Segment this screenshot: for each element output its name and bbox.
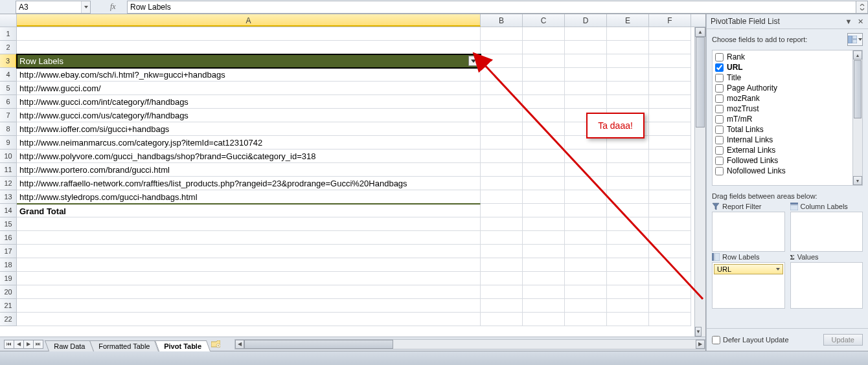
- cell-D22[interactable]: [565, 313, 607, 326]
- cell-B7[interactable]: [481, 109, 523, 122]
- cell-A10[interactable]: http://www.polyvore.com/gucci_handbags/s…: [17, 149, 481, 163]
- scroll-right-button[interactable]: ▶: [696, 340, 705, 349]
- cell-E12[interactable]: [607, 177, 649, 190]
- row-header-7[interactable]: 7: [0, 109, 17, 122]
- cell-A3[interactable]: Row Labels: [17, 54, 481, 68]
- field-checkbox[interactable]: [715, 74, 724, 82]
- cell-D6[interactable]: [565, 95, 607, 109]
- cell-C5[interactable]: [523, 82, 565, 95]
- cell-C14[interactable]: [523, 204, 565, 217]
- scroll-thumb[interactable]: [696, 37, 705, 127]
- field-item-title[interactable]: Title: [713, 72, 852, 83]
- cell-E1[interactable]: [607, 27, 649, 41]
- tab-first-button[interactable]: ⏮: [4, 340, 14, 349]
- cell-C21[interactable]: [523, 299, 565, 313]
- cell-F19[interactable]: [649, 272, 691, 285]
- update-button[interactable]: Update: [823, 334, 863, 346]
- cell-C7[interactable]: [523, 109, 565, 122]
- col-header-A[interactable]: A: [17, 14, 481, 27]
- field-item-page-authority[interactable]: Page Authority: [713, 83, 852, 93]
- formula-input[interactable]: [127, 1, 856, 14]
- cell-F21[interactable]: [649, 299, 691, 313]
- cell-C4[interactable]: [523, 68, 565, 82]
- row-header-18[interactable]: 18: [0, 258, 17, 272]
- cell-A17[interactable]: [17, 245, 481, 258]
- cell-B19[interactable]: [481, 272, 523, 285]
- col-header-E[interactable]: E: [607, 14, 649, 27]
- cell-F18[interactable]: [649, 258, 691, 272]
- cell-E13[interactable]: [607, 190, 649, 204]
- cell-A7[interactable]: http://www.gucci.com/us/category/f/handb…: [17, 109, 481, 122]
- cell-F12[interactable]: [649, 177, 691, 190]
- vertical-scrollbar[interactable]: ▲ ▼: [694, 27, 705, 337]
- tab-next-button[interactable]: ▶: [23, 340, 34, 349]
- cell-C22[interactable]: [523, 313, 565, 326]
- col-header-B[interactable]: B: [481, 14, 523, 27]
- cell-B11[interactable]: [481, 163, 523, 177]
- cell-C13[interactable]: [523, 190, 565, 204]
- cell-C19[interactable]: [523, 272, 565, 285]
- cell-D11[interactable]: [565, 163, 607, 177]
- cell-E21[interactable]: [607, 299, 649, 313]
- row-header-11[interactable]: 11: [0, 163, 17, 177]
- new-sheet-button[interactable]: [210, 340, 222, 349]
- cell-D5[interactable]: [565, 82, 607, 95]
- cell-D18[interactable]: [565, 258, 607, 272]
- fx-icon[interactable]: fx: [110, 2, 123, 12]
- cell-B9[interactable]: [481, 136, 523, 149]
- row-header-6[interactable]: 6: [0, 95, 17, 109]
- field-checkbox[interactable]: [715, 167, 724, 175]
- cell-D2[interactable]: [565, 41, 607, 54]
- row-header-10[interactable]: 10: [0, 149, 17, 163]
- cell-A8[interactable]: http://www.ioffer.com/si/gucci+handbags: [17, 122, 481, 136]
- cell-F16[interactable]: [649, 231, 691, 245]
- cell-B14[interactable]: [481, 204, 523, 217]
- report-filter-area[interactable]: [712, 212, 785, 252]
- sheet-tab-pivot-table[interactable]: Pivot Table: [155, 340, 211, 351]
- pane-menu-button[interactable]: ▼: [845, 17, 852, 25]
- cell-F11[interactable]: [649, 163, 691, 177]
- col-header-D[interactable]: D: [565, 14, 607, 27]
- cell-D21[interactable]: [565, 299, 607, 313]
- cell-A20[interactable]: [17, 285, 481, 299]
- field-item-mt-mr[interactable]: mT/mR: [713, 114, 852, 124]
- cell-D17[interactable]: [565, 245, 607, 258]
- cell-C16[interactable]: [523, 231, 565, 245]
- row-header-14[interactable]: 14: [0, 204, 17, 217]
- cell-D13[interactable]: [565, 190, 607, 204]
- sheet-tab-raw-data[interactable]: Raw Data: [45, 340, 94, 351]
- cell-C18[interactable]: [523, 258, 565, 272]
- cell-E10[interactable]: [607, 149, 649, 163]
- cell-F5[interactable]: [649, 82, 691, 95]
- cell-D14[interactable]: [565, 204, 607, 217]
- scroll-down-button[interactable]: ▼: [853, 176, 862, 185]
- field-item-internal-links[interactable]: Internal Links: [713, 135, 852, 145]
- cell-F13[interactable]: [649, 190, 691, 204]
- field-checkbox[interactable]: [715, 94, 724, 103]
- cell-C12[interactable]: [523, 177, 565, 190]
- cell-C11[interactable]: [523, 163, 565, 177]
- cell-B8[interactable]: [481, 122, 523, 136]
- layout-options-button[interactable]: [847, 33, 863, 46]
- cell-D15[interactable]: [565, 217, 607, 231]
- field-item-rank[interactable]: Rank: [713, 52, 852, 62]
- cell-D10[interactable]: [565, 149, 607, 163]
- name-box-dropdown[interactable]: [81, 1, 90, 13]
- sheet-tab-formatted-table[interactable]: Formatted Table: [89, 340, 159, 351]
- row-labels-area[interactable]: URL: [712, 262, 785, 309]
- tab-prev-button[interactable]: ◀: [14, 340, 24, 349]
- defer-layout-checkbox[interactable]: Defer Layout Update: [712, 336, 789, 344]
- cell-A9[interactable]: http://www.neimanmarcus.com/category.jsp…: [17, 136, 481, 149]
- field-checkbox[interactable]: [715, 84, 724, 93]
- cell-A16[interactable]: [17, 231, 481, 245]
- cell-B10[interactable]: [481, 149, 523, 163]
- cell-C10[interactable]: [523, 149, 565, 163]
- field-checkbox[interactable]: [715, 146, 724, 155]
- field-checkbox[interactable]: [715, 63, 724, 72]
- cell-B22[interactable]: [481, 313, 523, 326]
- row-header-4[interactable]: 4: [0, 68, 17, 82]
- field-checkbox[interactable]: [715, 53, 724, 61]
- cell-A21[interactable]: [17, 299, 481, 313]
- cell-E15[interactable]: [607, 217, 649, 231]
- cell-E20[interactable]: [607, 285, 649, 299]
